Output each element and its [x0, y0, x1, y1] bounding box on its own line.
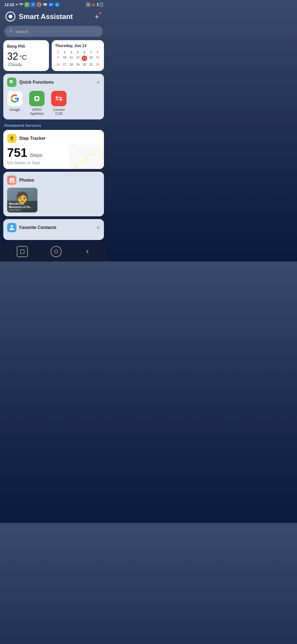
favorite-contacts-card[interactable]: Favorite Contacts +: [3, 219, 104, 240]
nfc-icon: N: [86, 3, 90, 7]
svg-point-2: [10, 80, 11, 82]
cal-date: 11: [68, 55, 74, 62]
quick-functions-icon: [7, 78, 16, 87]
fav-contacts-title: Favorite Contacts: [19, 225, 56, 230]
quick-app-oppo-label: OPPOAppStore: [30, 108, 44, 116]
nav-back-button[interactable]: [84, 249, 90, 255]
cal-date: 21: [88, 62, 94, 67]
cal-date: 22: [95, 62, 101, 67]
bluetooth-icon: ⁑: [97, 3, 99, 7]
header-left: Smart Assistant: [6, 12, 73, 21]
nav-bar: [0, 243, 107, 261]
google-icon: [7, 91, 23, 106]
svg-rect-9: [37, 97, 38, 98]
messenger-icon: ⚡: [55, 2, 60, 7]
quick-app-google[interactable]: Google: [7, 91, 23, 112]
step-count: 751: [7, 146, 27, 159]
cal-date: 7: [88, 50, 94, 54]
cal-date: 6: [81, 50, 87, 54]
svg-point-16: [74, 165, 77, 168]
quick-app-convert[interactable]: ConvertCUR: [51, 91, 67, 116]
status-time: 12:22: [4, 2, 14, 7]
plus-icon: +: [95, 12, 99, 21]
step-tracker-card[interactable]: Step Tracker 751 Steps 503 Meters in Tot…: [3, 130, 104, 169]
quick-functions-header: Quick Functions +: [7, 78, 100, 87]
cal-date: 17: [62, 62, 68, 67]
cal-date: 12: [75, 55, 81, 62]
svg-rect-10: [36, 99, 37, 100]
photo-album-date: June 2019: [9, 209, 36, 211]
cal-date: 4: [68, 50, 74, 54]
cal-date: 18: [68, 62, 74, 67]
cal-date: 19: [75, 62, 81, 67]
step-unit: Steps: [30, 152, 42, 158]
oppo-icon: [29, 91, 45, 106]
svg-point-4: [10, 81, 11, 83]
page-title: Smart Assistant: [19, 12, 73, 21]
step-tracker-title: Step Tracker: [19, 136, 46, 141]
cal-date: 2: [55, 50, 61, 54]
cal-date: 10: [62, 55, 68, 62]
it-icon: IT: [24, 2, 29, 7]
search-bar[interactable]: Search: [4, 26, 103, 37]
bluetooth-label-icon: BT: [49, 2, 54, 7]
search-icon: [9, 29, 13, 34]
calendar-grid: 2 3 4 5 6 7 8 9 10 11 12 13 14 15 16 17 …: [55, 50, 101, 67]
convert-cur-icon: [51, 91, 67, 106]
cal-date: 3: [62, 50, 68, 54]
photo-person: 🧑: [7, 188, 37, 207]
weather-condition: Cloudy: [8, 62, 22, 67]
top-cards-row: Bang Phli 32 °C Cloudy Thursday, Jun 13 …: [0, 40, 107, 74]
app-logo: [6, 12, 15, 21]
permanent-services-label: Permanent Services: [0, 122, 107, 130]
cal-date: 16: [55, 62, 61, 67]
status-bar: 12:22 ✕ IT f 👤 🗺 BT ⚡ N 🔕 ⁑ 5: [0, 0, 107, 8]
weather-card[interactable]: Bang Phli 32 °C Cloudy: [3, 40, 49, 71]
search-placeholder: Search: [15, 29, 29, 34]
cal-today: 13: [81, 55, 87, 62]
svg-point-0: [10, 29, 12, 32]
photos-card[interactable]: Photos 🧑 WonderfulMoments of Hi... June …: [3, 172, 104, 216]
step-tracker-header: Step Tracker: [7, 134, 100, 143]
cal-date: 5: [75, 50, 81, 54]
weather-unit: °C: [20, 54, 27, 61]
quick-functions-card: Quick Functions + Google: [3, 74, 104, 119]
photos-icon: [7, 176, 16, 185]
calendar-heading: Thursday, Jun 13: [55, 43, 101, 48]
fav-contacts-header: Favorite Contacts +: [7, 223, 100, 232]
vibrate-icon: 🔕: [91, 3, 96, 7]
svg-rect-8: [36, 97, 37, 98]
quick-apps-list: Google OPPOAppStore: [7, 91, 100, 116]
status-right: N 🔕 ⁑ 5: [86, 3, 103, 7]
nav-recent-button[interactable]: [17, 246, 28, 257]
wifi-icon: [19, 3, 23, 7]
map-decoration: [68, 144, 104, 169]
maps-icon: 🗺: [43, 2, 48, 7]
step-tracker-icon: [7, 134, 16, 143]
quick-app-oppo[interactable]: OPPOAppStore: [29, 91, 45, 116]
quick-functions-title: Quick Functions: [19, 80, 54, 85]
nav-home-button[interactable]: [51, 246, 62, 257]
close-icon: ✕: [15, 3, 18, 7]
battery-icon: 5: [100, 3, 103, 7]
photos-title: Photos: [19, 178, 34, 183]
calendar-card[interactable]: Thursday, Jun 13 2 3 4 5 6 7 8 9 10 11 1…: [52, 40, 104, 71]
svg-rect-12: [68, 145, 104, 169]
svg-point-5: [11, 81, 13, 83]
photo-icon: 👤: [37, 2, 42, 7]
svg-point-3: [11, 80, 13, 82]
svg-rect-11: [37, 99, 38, 100]
facebook-icon: f: [31, 2, 35, 7]
cal-date: 20: [81, 62, 87, 67]
svg-rect-17: [21, 250, 24, 253]
quick-functions-add-button[interactable]: +: [96, 78, 100, 86]
cal-date: 14: [88, 55, 94, 62]
weather-location: Bang Phli: [7, 44, 45, 48]
photos-header: Photos: [7, 176, 100, 185]
fav-contacts-add-button[interactable]: +: [96, 224, 100, 231]
weather-temp: 32: [7, 51, 18, 62]
photo-thumbnail[interactable]: 🧑 WonderfulMoments of Hi... June 2019: [7, 188, 37, 212]
add-button[interactable]: +: [92, 12, 102, 21]
contacts-icon: [7, 223, 16, 232]
svg-line-1: [12, 32, 13, 32]
